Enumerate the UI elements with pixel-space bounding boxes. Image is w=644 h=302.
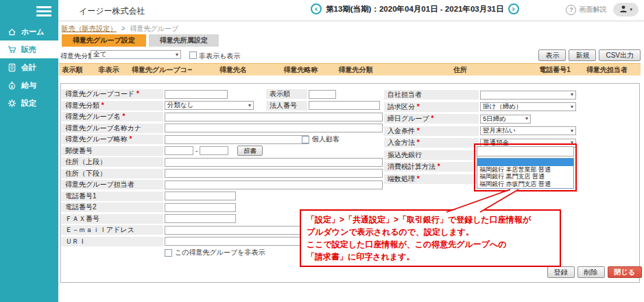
phone2-input[interactable] <box>165 203 236 212</box>
column-header: 得意先略称 <box>274 64 327 76</box>
filter-bar: 得意先分類 全て ▾ 非表示も表示 表示新規CSV出力 <box>60 49 641 62</box>
payroll-icon: ¥ <box>8 81 16 90</box>
postal-code-input-1[interactable] <box>165 146 193 155</box>
chevron-down-icon: ▾ <box>571 92 573 97</box>
chevron-down-icon: ▾ <box>176 52 178 58</box>
annotation-line: 「請求書」に印字されます。 <box>307 251 554 263</box>
help-link[interactable]: ? 画面解説 <box>566 5 606 15</box>
breadcrumb-separator: > <box>121 25 126 32</box>
billing-type-value: 掛け（締め） <box>483 102 522 111</box>
annotation-line: プルダウンで表示されるので、設定します。 <box>307 226 554 238</box>
form-row-company-rep: 自社担当者▾ <box>384 90 576 100</box>
address-upper-input[interactable] <box>165 158 383 167</box>
form-row-customer-group-contact: 得意先グループ担当者 <box>62 180 383 189</box>
form-row-postal-code: 郵便番号-辞書 <box>62 146 383 156</box>
customer-category-select[interactable]: 分類なし▾ <box>165 101 254 110</box>
column-header: 得意先グループコード <box>132 64 192 76</box>
closing-day-group-select[interactable]: 5日締め▾ <box>480 115 531 124</box>
field-label-corporate-number: 法人番号 <box>266 101 307 111</box>
zip-dictionary-button[interactable]: 辞書 <box>237 146 263 156</box>
required-asterisk: * <box>415 139 420 146</box>
company-rep-select[interactable]: ▾ <box>480 91 576 100</box>
tab-customer-group-settings[interactable]: 得意先グループ設定 <box>62 34 146 47</box>
show-button[interactable]: 表示 <box>538 49 566 61</box>
form-row-closing-day-group: 締日グループ *5日締め▾ <box>384 114 576 124</box>
bank-option[interactable] <box>477 159 573 166</box>
breadcrumb-parent-link[interactable]: 販売（販売設定） <box>62 25 117 32</box>
fiscal-period-label: 第13期(当期)：2020年04月01日 - 2021年03月31日 <box>326 4 504 14</box>
form-row-address-upper: 住所（上段） <box>62 157 383 167</box>
hamburger-menu-icon[interactable] <box>36 6 51 19</box>
field-label-customer-category: 得意先分類 * <box>62 101 163 111</box>
postal-code-input-2[interactable] <box>200 146 228 155</box>
phone1-input[interactable] <box>165 191 236 200</box>
deposit-terms-value: 翌月末払い <box>483 126 516 135</box>
personal-customer-checkbox[interactable] <box>302 136 309 143</box>
user-menu-button[interactable]: ▾ <box>613 3 639 16</box>
close-button[interactable]: 閉じる <box>608 266 642 278</box>
hide-group-checkbox[interactable] <box>165 249 172 257</box>
breadcrumb-current: 得意先グループ <box>130 25 178 32</box>
form-middle-column: 表示順法人番号 <box>266 89 380 112</box>
form-row-corporate-number: 法人番号 <box>266 101 380 111</box>
bank-account-input[interactable] <box>477 146 574 156</box>
column-header: 住所 <box>384 64 536 76</box>
column-header: 非表示 <box>86 64 132 76</box>
fax-input[interactable] <box>165 214 236 223</box>
filter-buttons: 表示新規CSV出力 <box>538 49 641 61</box>
sidebar-item-settings[interactable]: 設定 <box>0 94 58 112</box>
company-name: イージー株式会社 <box>79 5 145 17</box>
csv-export-button[interactable]: CSV出力 <box>599 49 641 61</box>
prev-period-button[interactable]: ‹ <box>311 3 322 14</box>
bank-option[interactable]: 福岡銀行 本店営業部 普通 <box>477 166 573 174</box>
home-icon <box>8 27 16 36</box>
fiscal-period: ‹ 第13期(当期)：2020年04月01日 - 2021年03月31日 › <box>311 3 519 14</box>
sidebar-item-home[interactable]: ホーム <box>0 23 58 40</box>
field-label-customer-group-code: 得意先グループコード * <box>62 89 163 99</box>
bank-option[interactable]: 福岡銀行 赤坂門支店 普通 <box>477 181 573 188</box>
tab-customer-assignment-settings[interactable]: 得意先所属設定 <box>149 34 219 47</box>
show-hidden-checkbox[interactable] <box>189 51 197 59</box>
new-button[interactable]: 新規 <box>569 49 596 61</box>
column-header: 表示順 <box>59 64 86 76</box>
top-header: イージー株式会社 ‹ 第13期(当期)：2020年04月01日 - 2021年0… <box>58 0 644 21</box>
customer-group-code-input[interactable] <box>165 90 228 99</box>
delete-button[interactable]: 削除 <box>577 266 605 278</box>
annotation-line: ここで設定した口座情報が、この得意先グループへの <box>307 238 554 251</box>
annotation-callout: 「設定」>「共通設定」>「取引銀行」で登録した口座情報がプルダウンで表示されるの… <box>300 209 561 267</box>
zip-dash: - <box>195 147 198 154</box>
sidebar-item-accounting[interactable]: 会計 <box>0 58 58 76</box>
sidebar-item-payroll[interactable]: ¥給与 <box>0 76 58 94</box>
customer-group-abbr-input[interactable] <box>165 135 309 144</box>
required-asterisk: * <box>121 113 126 120</box>
personal-customer-label: 個人顧客 <box>312 135 339 144</box>
bank-dropdown-list: 福岡銀行 本店営業部 普通福岡銀行 黒門支店 普通福岡銀行 赤坂門支店 普通 <box>477 158 574 189</box>
address-lower-input[interactable] <box>165 169 383 178</box>
register-button[interactable]: 登録 <box>547 266 575 278</box>
field-label-billing-type: 請求区分 * <box>384 102 479 112</box>
sidebar-nav: ホーム販売会計¥給与設定 <box>0 23 58 112</box>
field-label-bank-account: 振込先銀行 <box>384 150 479 160</box>
sidebar-item-sales[interactable]: 販売 <box>0 40 58 58</box>
customer-group-contact-input[interactable] <box>165 181 383 189</box>
question-icon: ? <box>566 5 576 15</box>
gear-icon <box>8 99 16 108</box>
sidebar-item-label: 販売 <box>21 45 36 55</box>
deposit-terms-select[interactable]: 翌月末払い▾ <box>480 126 576 135</box>
display-order-input[interactable] <box>309 90 336 99</box>
customer-category-filter-select[interactable]: 全て ▾ <box>91 50 181 59</box>
billing-type-select[interactable]: 掛け（締め）▾ <box>480 102 576 111</box>
next-period-button[interactable]: › <box>508 3 519 14</box>
sidebar: ホーム販売会計¥給与設定 <box>0 0 58 302</box>
chevron-down-icon: ▾ <box>571 128 573 134</box>
field-label-deposit-method: 入金方法 * <box>384 138 479 148</box>
customer-group-name-kana-input[interactable] <box>165 124 383 132</box>
sidebar-item-label: 給与 <box>21 80 36 91</box>
customer-group-name-input[interactable] <box>165 113 383 121</box>
field-label-tax-calc-method: 消費税計算方法 * <box>384 162 479 172</box>
required-asterisk: * <box>429 115 434 122</box>
calculator-icon <box>8 63 16 72</box>
bank-option[interactable]: 福岡銀行 黒門支店 普通 <box>477 173 573 181</box>
corporate-number-input[interactable] <box>309 101 380 110</box>
field-label-customer-group-name: 得意先グループ名 * <box>62 112 163 121</box>
